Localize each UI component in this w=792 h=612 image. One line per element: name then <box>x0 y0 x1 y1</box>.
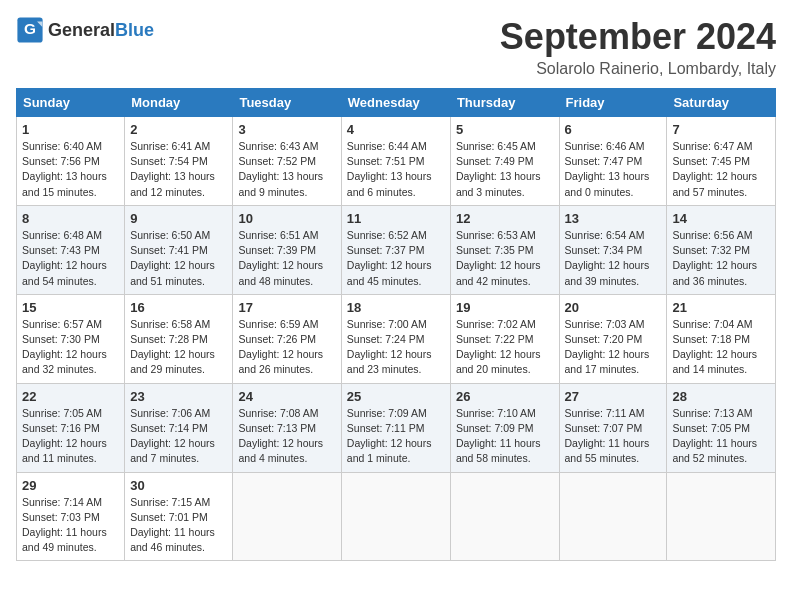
day-detail: Sunrise: 7:14 AMSunset: 7:03 PMDaylight:… <box>22 495 119 556</box>
month-title: September 2024 <box>500 16 776 58</box>
calendar-cell: 5Sunrise: 6:45 AMSunset: 7:49 PMDaylight… <box>450 117 559 206</box>
day-detail: Sunrise: 6:50 AMSunset: 7:41 PMDaylight:… <box>130 228 227 289</box>
day-detail: Sunrise: 6:47 AMSunset: 7:45 PMDaylight:… <box>672 139 770 200</box>
day-number: 17 <box>238 300 335 315</box>
logo: G GeneralBlue <box>16 16 154 44</box>
calendar-cell <box>450 472 559 561</box>
day-number: 15 <box>22 300 119 315</box>
day-detail: Sunrise: 6:44 AMSunset: 7:51 PMDaylight:… <box>347 139 445 200</box>
weekday-header-friday: Friday <box>559 89 667 117</box>
calendar-cell: 27Sunrise: 7:11 AMSunset: 7:07 PMDayligh… <box>559 383 667 472</box>
day-detail: Sunrise: 6:51 AMSunset: 7:39 PMDaylight:… <box>238 228 335 289</box>
day-number: 1 <box>22 122 119 137</box>
day-number: 29 <box>22 478 119 493</box>
calendar-cell: 9Sunrise: 6:50 AMSunset: 7:41 PMDaylight… <box>125 205 233 294</box>
calendar-cell: 4Sunrise: 6:44 AMSunset: 7:51 PMDaylight… <box>341 117 450 206</box>
day-number: 21 <box>672 300 770 315</box>
day-number: 11 <box>347 211 445 226</box>
day-detail: Sunrise: 7:00 AMSunset: 7:24 PMDaylight:… <box>347 317 445 378</box>
day-number: 22 <box>22 389 119 404</box>
day-detail: Sunrise: 6:53 AMSunset: 7:35 PMDaylight:… <box>456 228 554 289</box>
day-detail: Sunrise: 7:11 AMSunset: 7:07 PMDaylight:… <box>565 406 662 467</box>
calendar-cell: 23Sunrise: 7:06 AMSunset: 7:14 PMDayligh… <box>125 383 233 472</box>
calendar-cell: 25Sunrise: 7:09 AMSunset: 7:11 PMDayligh… <box>341 383 450 472</box>
day-detail: Sunrise: 6:48 AMSunset: 7:43 PMDaylight:… <box>22 228 119 289</box>
day-detail: Sunrise: 6:40 AMSunset: 7:56 PMDaylight:… <box>22 139 119 200</box>
day-detail: Sunrise: 7:06 AMSunset: 7:14 PMDaylight:… <box>130 406 227 467</box>
weekday-header-thursday: Thursday <box>450 89 559 117</box>
calendar-cell: 15Sunrise: 6:57 AMSunset: 7:30 PMDayligh… <box>17 294 125 383</box>
logo-text-general: General <box>48 20 115 40</box>
calendar-cell: 11Sunrise: 6:52 AMSunset: 7:37 PMDayligh… <box>341 205 450 294</box>
calendar-week-2: 8Sunrise: 6:48 AMSunset: 7:43 PMDaylight… <box>17 205 776 294</box>
page-header: G GeneralBlue September 2024 Solarolo Ra… <box>16 16 776 78</box>
weekday-header-row: SundayMondayTuesdayWednesdayThursdayFrid… <box>17 89 776 117</box>
logo-icon: G <box>16 16 44 44</box>
calendar-cell: 17Sunrise: 6:59 AMSunset: 7:26 PMDayligh… <box>233 294 341 383</box>
day-detail: Sunrise: 7:10 AMSunset: 7:09 PMDaylight:… <box>456 406 554 467</box>
calendar-cell: 6Sunrise: 6:46 AMSunset: 7:47 PMDaylight… <box>559 117 667 206</box>
calendar-cell: 10Sunrise: 6:51 AMSunset: 7:39 PMDayligh… <box>233 205 341 294</box>
day-number: 30 <box>130 478 227 493</box>
day-number: 6 <box>565 122 662 137</box>
day-number: 9 <box>130 211 227 226</box>
calendar-cell: 2Sunrise: 6:41 AMSunset: 7:54 PMDaylight… <box>125 117 233 206</box>
calendar-week-5: 29Sunrise: 7:14 AMSunset: 7:03 PMDayligh… <box>17 472 776 561</box>
weekday-header-sunday: Sunday <box>17 89 125 117</box>
day-detail: Sunrise: 6:57 AMSunset: 7:30 PMDaylight:… <box>22 317 119 378</box>
calendar-cell: 8Sunrise: 6:48 AMSunset: 7:43 PMDaylight… <box>17 205 125 294</box>
day-detail: Sunrise: 7:02 AMSunset: 7:22 PMDaylight:… <box>456 317 554 378</box>
title-area: September 2024 Solarolo Rainerio, Lombar… <box>500 16 776 78</box>
calendar-cell: 18Sunrise: 7:00 AMSunset: 7:24 PMDayligh… <box>341 294 450 383</box>
day-number: 5 <box>456 122 554 137</box>
calendar-cell: 19Sunrise: 7:02 AMSunset: 7:22 PMDayligh… <box>450 294 559 383</box>
calendar-cell: 28Sunrise: 7:13 AMSunset: 7:05 PMDayligh… <box>667 383 776 472</box>
day-number: 2 <box>130 122 227 137</box>
day-detail: Sunrise: 7:03 AMSunset: 7:20 PMDaylight:… <box>565 317 662 378</box>
day-number: 3 <box>238 122 335 137</box>
calendar-cell <box>559 472 667 561</box>
day-number: 20 <box>565 300 662 315</box>
day-number: 14 <box>672 211 770 226</box>
calendar-cell: 16Sunrise: 6:58 AMSunset: 7:28 PMDayligh… <box>125 294 233 383</box>
day-detail: Sunrise: 6:52 AMSunset: 7:37 PMDaylight:… <box>347 228 445 289</box>
day-detail: Sunrise: 7:15 AMSunset: 7:01 PMDaylight:… <box>130 495 227 556</box>
calendar-cell: 22Sunrise: 7:05 AMSunset: 7:16 PMDayligh… <box>17 383 125 472</box>
calendar-cell: 21Sunrise: 7:04 AMSunset: 7:18 PMDayligh… <box>667 294 776 383</box>
day-detail: Sunrise: 6:43 AMSunset: 7:52 PMDaylight:… <box>238 139 335 200</box>
day-detail: Sunrise: 6:59 AMSunset: 7:26 PMDaylight:… <box>238 317 335 378</box>
day-detail: Sunrise: 7:05 AMSunset: 7:16 PMDaylight:… <box>22 406 119 467</box>
day-detail: Sunrise: 6:58 AMSunset: 7:28 PMDaylight:… <box>130 317 227 378</box>
calendar-cell: 13Sunrise: 6:54 AMSunset: 7:34 PMDayligh… <box>559 205 667 294</box>
calendar-cell: 1Sunrise: 6:40 AMSunset: 7:56 PMDaylight… <box>17 117 125 206</box>
svg-text:G: G <box>24 20 36 37</box>
day-number: 25 <box>347 389 445 404</box>
weekday-header-saturday: Saturday <box>667 89 776 117</box>
day-detail: Sunrise: 6:56 AMSunset: 7:32 PMDaylight:… <box>672 228 770 289</box>
calendar-week-3: 15Sunrise: 6:57 AMSunset: 7:30 PMDayligh… <box>17 294 776 383</box>
day-number: 26 <box>456 389 554 404</box>
calendar-week-4: 22Sunrise: 7:05 AMSunset: 7:16 PMDayligh… <box>17 383 776 472</box>
day-detail: Sunrise: 6:46 AMSunset: 7:47 PMDaylight:… <box>565 139 662 200</box>
calendar-cell: 14Sunrise: 6:56 AMSunset: 7:32 PMDayligh… <box>667 205 776 294</box>
weekday-header-monday: Monday <box>125 89 233 117</box>
day-detail: Sunrise: 6:41 AMSunset: 7:54 PMDaylight:… <box>130 139 227 200</box>
day-number: 12 <box>456 211 554 226</box>
calendar-cell <box>341 472 450 561</box>
calendar-cell: 30Sunrise: 7:15 AMSunset: 7:01 PMDayligh… <box>125 472 233 561</box>
calendar-cell: 12Sunrise: 6:53 AMSunset: 7:35 PMDayligh… <box>450 205 559 294</box>
day-number: 18 <box>347 300 445 315</box>
day-detail: Sunrise: 7:09 AMSunset: 7:11 PMDaylight:… <box>347 406 445 467</box>
day-number: 28 <box>672 389 770 404</box>
day-number: 8 <box>22 211 119 226</box>
location-title: Solarolo Rainerio, Lombardy, Italy <box>500 60 776 78</box>
day-detail: Sunrise: 6:54 AMSunset: 7:34 PMDaylight:… <box>565 228 662 289</box>
calendar-cell: 24Sunrise: 7:08 AMSunset: 7:13 PMDayligh… <box>233 383 341 472</box>
weekday-header-wednesday: Wednesday <box>341 89 450 117</box>
calendar-cell: 20Sunrise: 7:03 AMSunset: 7:20 PMDayligh… <box>559 294 667 383</box>
day-number: 10 <box>238 211 335 226</box>
day-number: 24 <box>238 389 335 404</box>
day-detail: Sunrise: 7:04 AMSunset: 7:18 PMDaylight:… <box>672 317 770 378</box>
day-detail: Sunrise: 6:45 AMSunset: 7:49 PMDaylight:… <box>456 139 554 200</box>
day-number: 16 <box>130 300 227 315</box>
